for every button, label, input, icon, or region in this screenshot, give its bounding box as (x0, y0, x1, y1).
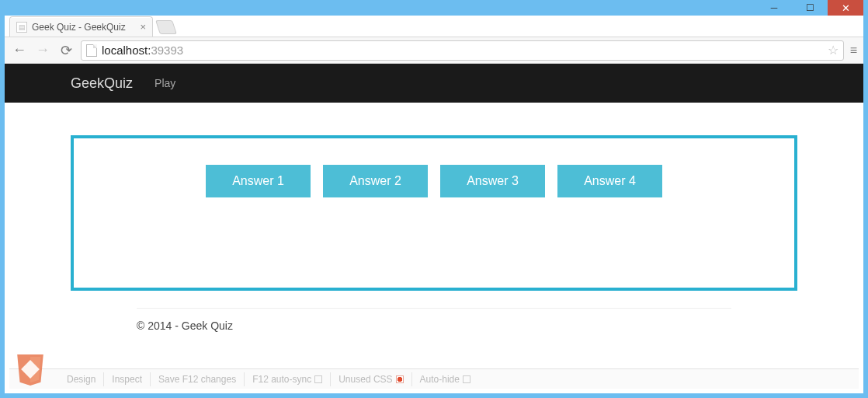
dev-toolbar-f12-autosync[interactable]: F12 auto-sync (245, 372, 331, 386)
answer-button-3[interactable]: Answer 3 (440, 165, 545, 197)
forward-button[interactable]: → (34, 42, 51, 58)
browser-tabbar: ▤ Geek Quiz - GeekQuiz × (5, 16, 863, 37)
checkbox-icon[interactable] (396, 375, 404, 383)
dev-toolbar-design[interactable]: Design (59, 372, 104, 386)
answer-button-2[interactable]: Answer 2 (323, 165, 428, 197)
window-close-button[interactable]: ✕ (828, 0, 863, 16)
hamburger-menu-icon[interactable]: ≡ (850, 44, 857, 58)
checkbox-icon[interactable] (463, 375, 470, 383)
browser-tab[interactable]: ▤ Geek Quiz - GeekQuiz × (9, 16, 153, 37)
web-essentials-logo-icon[interactable] (14, 353, 47, 386)
address-port: 39393 (151, 44, 183, 57)
bookmark-star-icon[interactable]: ☆ (828, 43, 838, 58)
dev-toolbar-auto-hide[interactable]: Auto-hide (412, 372, 478, 386)
nav-link-play[interactable]: Play (155, 77, 175, 89)
back-button[interactable]: ← (11, 42, 28, 58)
answer-button-1[interactable]: Answer 1 (206, 165, 311, 197)
tab-title: Geek Quiz - GeekQuiz (32, 22, 126, 33)
window-maximize-button[interactable]: ☐ (792, 0, 828, 16)
reload-button[interactable]: ⟳ (57, 42, 75, 59)
new-tab-button[interactable] (155, 20, 177, 34)
favicon-icon: ▤ (16, 22, 27, 33)
answer-button-4[interactable]: Answer 4 (557, 165, 662, 197)
quiz-panel: Answer 1 Answer 2 Answer 3 Answer 4 (71, 135, 797, 291)
window-minimize-button[interactable]: ─ (756, 0, 792, 16)
page-content: GeekQuiz Play Answer 1 Answer 2 Answer 3… (5, 64, 863, 393)
footer: © 2014 - Geek Quiz (137, 308, 731, 332)
footer-text: © 2014 - Geek Quiz (137, 319, 233, 332)
navbar: GeekQuiz Play (5, 64, 863, 103)
address-bar[interactable]: localhost:39393 ☆ (81, 40, 844, 61)
brand[interactable]: GeekQuiz (71, 75, 133, 92)
answers-row: Answer 1 Answer 2 Answer 3 Answer 4 (206, 165, 662, 197)
dev-toolbar: Design Inspect Save F12 changes F12 auto… (9, 368, 859, 389)
dev-toolbar-save-f12[interactable]: Save F12 changes (151, 372, 245, 386)
close-icon[interactable]: × (140, 21, 146, 33)
browser-toolbar: ← → ⟳ localhost:39393 ☆ ≡ (5, 37, 863, 64)
checkbox-icon[interactable] (314, 375, 322, 383)
dev-toolbar-unused-css[interactable]: Unused CSS (331, 372, 411, 386)
dev-toolbar-inspect[interactable]: Inspect (104, 372, 151, 386)
page-icon (86, 44, 97, 57)
address-host: localhost: (102, 44, 151, 57)
